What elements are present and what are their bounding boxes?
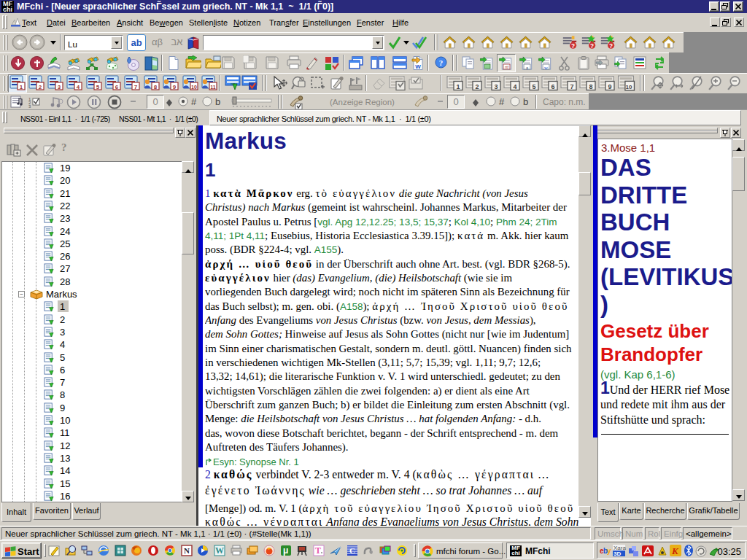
svg-text:9: 9 [173,84,177,90]
svg-text:6: 6 [115,84,119,90]
svg-text:K: K [671,545,679,556]
svg-text:3: 3 [58,84,61,90]
svg-text:5: 5 [532,83,535,90]
svg-text:2: 2 [475,83,479,90]
svg-text:W: W [215,545,224,556]
svg-text:4: 4 [513,83,516,90]
svg-text:11: 11 [210,85,216,90]
svg-text:1: 1 [20,84,23,90]
svg-text:5: 5 [96,84,100,90]
svg-text:C: C [349,546,355,555]
svg-text:1: 1 [456,83,460,90]
svg-text:7: 7 [570,83,573,90]
svg-text:μ: μ [283,545,288,556]
svg-text:3: 3 [28,104,31,109]
svg-text:10: 10 [191,85,197,90]
svg-text:4: 4 [77,84,80,90]
svg-text:N: N [184,546,190,555]
svg-text:6: 6 [551,83,554,90]
svg-text:7: 7 [134,84,138,90]
svg-text:rtf: rtf [505,65,508,69]
svg-text:8: 8 [154,84,158,90]
svg-text:10: 10 [626,84,632,90]
svg-text:T: T [315,545,321,556]
svg-text:9: 9 [608,83,611,90]
svg-text:8: 8 [589,83,592,90]
svg-text:W: W [415,63,421,70]
svg-text:3D: 3D [614,551,621,557]
svg-text:y: y [607,547,611,555]
svg-text:?: ? [439,58,444,67]
svg-text:2: 2 [39,84,42,90]
svg-text:3: 3 [494,83,498,90]
